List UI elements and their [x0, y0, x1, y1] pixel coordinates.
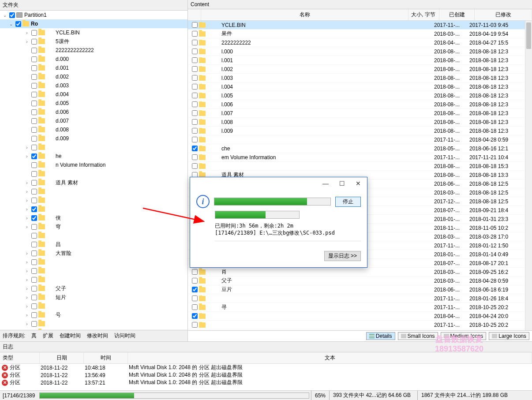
tree-item[interactable]: d.005	[0, 99, 187, 108]
view-details[interactable]: Details	[366, 332, 395, 340]
expander-icon[interactable]	[24, 118, 30, 124]
row-checkbox[interactable]	[192, 75, 198, 81]
stop-button[interactable]: 停止	[335, 197, 361, 207]
content-row[interactable]: l.0032018-08-...2018-08-18 12:3	[188, 74, 525, 82]
tree-checkbox[interactable]	[31, 74, 37, 80]
content-row[interactable]: YCLE.BIN2017-11-...2017-11-03 9:45	[188, 21, 525, 30]
expander-icon[interactable]: ›	[24, 303, 30, 309]
row-checkbox[interactable]	[192, 154, 198, 160]
expander-icon[interactable]	[24, 65, 30, 71]
expander-icon[interactable]: ›	[24, 188, 30, 194]
tree-item[interactable]: d.008	[0, 125, 187, 134]
tree-item[interactable]	[0, 231, 187, 240]
tree-item[interactable]: ›大冒险	[0, 249, 187, 258]
content-row[interactable]: 2017-11-...2018-10-25 20:2	[188, 321, 525, 329]
tree-checkbox[interactable]	[31, 101, 37, 106]
tree-checkbox[interactable]	[31, 162, 37, 168]
tree-checkbox[interactable]	[15, 21, 21, 27]
tree-item[interactable]: ›	[0, 205, 187, 213]
sort-opt-3[interactable]: 修改时间	[87, 332, 108, 340]
expander-icon[interactable]	[24, 241, 30, 247]
maximize-button[interactable]: ☐	[334, 178, 350, 189]
expander-icon[interactable]: ⌄	[8, 21, 14, 27]
expander-icon[interactable]	[24, 127, 30, 133]
row-checkbox[interactable]	[192, 295, 198, 301]
tree-item[interactable]: d.001	[0, 64, 187, 72]
expander-icon[interactable]	[24, 135, 30, 142]
tree-item[interactable]: ›	[0, 266, 187, 275]
content-row[interactable]: 2017-11-...2018-04-28 0:59	[188, 135, 525, 144]
log-row[interactable]: ✕分区2018-11-2213:57:21Msft Virtual Disk 1…	[0, 379, 532, 386]
tree-item[interactable]: ›侠	[0, 213, 187, 222]
expander-icon[interactable]: ›	[24, 179, 30, 186]
tree-checkbox[interactable]	[31, 215, 37, 221]
expander-icon[interactable]	[24, 100, 30, 106]
tree-item[interactable]: ›	[0, 258, 187, 266]
expander-icon[interactable]: ›	[24, 30, 30, 36]
expander-icon[interactable]: ›	[24, 38, 30, 45]
row-checkbox[interactable]	[192, 119, 198, 125]
tree-item[interactable]: d.004	[0, 90, 187, 99]
expander-icon[interactable]	[24, 82, 30, 89]
tree-root[interactable]: ⌄Ro	[0, 19, 187, 28]
row-checkbox[interactable]	[192, 146, 198, 151]
expander-icon[interactable]: ›	[24, 294, 30, 300]
expander-icon[interactable]: ›	[24, 153, 30, 159]
tree-checkbox[interactable]	[31, 145, 37, 150]
row-checkbox[interactable]	[192, 84, 198, 90]
sort-opt-0[interactable]: 真	[31, 332, 37, 340]
tree-item[interactable]: ›	[0, 302, 187, 310]
tree-item[interactable]: n Volume Information	[0, 161, 187, 169]
tree-checkbox[interactable]	[31, 259, 37, 265]
tree-checkbox[interactable]	[31, 127, 37, 133]
expander-icon[interactable]	[24, 47, 30, 53]
expander-icon[interactable]: ›	[24, 197, 30, 203]
tree-item[interactable]: 昌	[0, 240, 187, 249]
content-row[interactable]: 2017-11-...2018-01-26 18:4	[188, 294, 525, 303]
sort-opt-2[interactable]: 创建时间	[60, 332, 81, 340]
tree-item[interactable]: ›he	[0, 152, 187, 161]
tree-item[interactable]: ›YCLE.BIN	[0, 28, 187, 37]
expander-icon[interactable]: ›	[24, 224, 30, 230]
col-modified[interactable]: 已修改	[475, 9, 532, 20]
tree-checkbox[interactable]	[31, 206, 37, 212]
row-checkbox[interactable]	[192, 304, 198, 310]
tree-item[interactable]: ›	[0, 187, 187, 196]
tree-item[interactable]: ›穹	[0, 222, 187, 231]
tree-checkbox[interactable]	[31, 268, 37, 274]
expander-icon[interactable]	[24, 232, 30, 239]
tree-checkbox[interactable]	[9, 12, 15, 18]
expander-icon[interactable]: ›	[24, 250, 30, 256]
col-created[interactable]: 已创建	[439, 9, 475, 20]
tree-item[interactable]: ›道具 素材	[0, 178, 187, 187]
expander-icon[interactable]	[24, 91, 30, 97]
content-row[interactable]: che2018-05-...2018-06-16 12:1	[188, 144, 525, 153]
tree-item[interactable]: d.009	[0, 134, 187, 143]
row-checkbox[interactable]	[192, 22, 198, 28]
tree-checkbox[interactable]	[31, 118, 37, 124]
tree-checkbox[interactable]	[31, 303, 37, 309]
tree-checkbox[interactable]	[31, 83, 37, 89]
log-row[interactable]: ✕分区2018-11-2210:48:18Msft Virtual Disk 1…	[0, 364, 532, 371]
tree-checkbox[interactable]	[31, 153, 37, 159]
tree-item[interactable]: d.000	[0, 55, 187, 64]
expander-icon[interactable]: ›	[24, 277, 30, 283]
log-col-time[interactable]: 时间	[84, 352, 128, 363]
tree-checkbox[interactable]	[31, 56, 37, 62]
tree-checkbox[interactable]	[31, 198, 37, 203]
tree-partition[interactable]: ⌄Partition1	[0, 11, 187, 19]
tree-item[interactable]: d.002	[0, 72, 187, 81]
sort-opt-1[interactable]: 扩展	[43, 332, 53, 340]
row-checkbox[interactable]	[192, 66, 198, 72]
expander-icon[interactable]: ›	[24, 268, 30, 274]
expander-icon[interactable]: ›	[24, 144, 30, 150]
col-name[interactable]: 名称	[201, 9, 408, 20]
content-row[interactable]: em Volume Information2017-11-...2017-11-…	[188, 153, 525, 162]
tree-item[interactable]: ›	[0, 143, 187, 152]
tree-item[interactable]: d.003	[0, 81, 187, 90]
log-list[interactable]: ✕分区2018-11-2210:48:18Msft Virtual Disk 1…	[0, 364, 532, 390]
tree-checkbox[interactable]	[31, 233, 37, 239]
content-row[interactable]: l.0002018-08-...2018-08-18 12:3	[188, 47, 525, 56]
tree-checkbox[interactable]	[31, 224, 37, 230]
vertical-scrollbar[interactable]	[525, 21, 532, 330]
